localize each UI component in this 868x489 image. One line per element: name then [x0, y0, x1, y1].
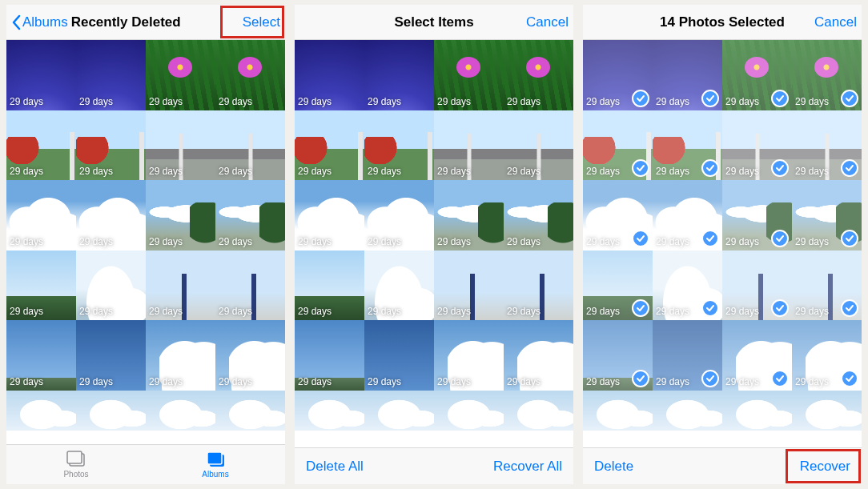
photo-thumb[interactable]: 29 days	[295, 251, 364, 321]
photo-thumb[interactable]: 29 days	[295, 40, 364, 110]
photo-thumb[interactable]: 29 days	[722, 40, 792, 110]
photo-thumb[interactable]: 29 days	[434, 320, 504, 391]
delete-button[interactable]: Delete	[594, 459, 633, 475]
photo-thumb[interactable]	[364, 391, 434, 431]
photo-grid[interactable]: 29 days29 days29 days29 days29 days29 da…	[6, 40, 285, 444]
photo-thumb[interactable]: 29 days	[76, 320, 146, 391]
photo-thumb[interactable]: 29 days	[215, 110, 285, 181]
photo-thumb[interactable]	[504, 391, 573, 431]
photo-thumb[interactable]	[215, 391, 285, 431]
cancel-button[interactable]: Cancel	[814, 14, 857, 30]
photo-grid[interactable]: 29 days29 days29 days29 days29 days29 da…	[295, 40, 573, 447]
photo-thumb[interactable]: 29 days	[146, 180, 215, 251]
photo-thumb[interactable]: 29 days	[146, 320, 215, 391]
photo-thumb[interactable]	[434, 391, 504, 431]
photo-thumb[interactable]: 29 days	[722, 251, 792, 321]
days-remaining-label: 29 days	[368, 236, 401, 247]
photo-thumb[interactable]: 29 days	[653, 320, 722, 391]
thumb-image	[653, 180, 722, 251]
photo-thumb[interactable]: 29 days	[295, 320, 364, 391]
photo-thumb[interactable]: 29 days	[76, 40, 146, 110]
photo-thumb[interactable]: 29 days	[653, 251, 722, 321]
photo-thumb[interactable]: 29 days	[722, 180, 792, 251]
photo-thumb[interactable]: 29 days	[76, 110, 146, 181]
thumb-image	[653, 251, 722, 321]
photo-thumb[interactable]: 29 days	[583, 180, 653, 251]
photo-thumb[interactable]: 29 days	[583, 320, 653, 391]
days-remaining-label: 29 days	[79, 236, 113, 247]
photo-thumb[interactable]: 29 days	[364, 251, 434, 321]
photo-thumb[interactable]: 29 days	[215, 320, 285, 391]
photo-thumb[interactable]: 29 days	[504, 251, 573, 321]
nav-back[interactable]: Albums	[11, 14, 68, 30]
photo-thumb[interactable]: 29 days	[364, 40, 434, 110]
photo-thumb[interactable]	[146, 391, 215, 431]
photo-thumb[interactable]: 29 days	[434, 110, 504, 181]
photo-thumb[interactable]	[6, 391, 76, 431]
select-button[interactable]: Select	[243, 14, 280, 30]
photo-thumb[interactable]: 29 days	[653, 180, 722, 251]
photo-thumb[interactable]	[722, 391, 792, 431]
photo-thumb[interactable]: 29 days	[583, 40, 653, 110]
photo-thumb[interactable]: 29 days	[146, 251, 215, 321]
photo-thumb[interactable]: 29 days	[215, 40, 285, 110]
selected-check-icon	[841, 159, 858, 177]
tab-albums[interactable]: Albums	[146, 445, 285, 484]
thumb-image	[653, 391, 722, 431]
photo-thumb[interactable]: 29 days	[295, 180, 364, 251]
photo-thumb[interactable]: 29 days	[653, 110, 722, 181]
tab-photos[interactable]: Photos	[6, 445, 146, 484]
photo-thumb[interactable]: 29 days	[364, 110, 434, 181]
photo-thumb[interactable]	[295, 391, 364, 431]
photo-thumb[interactable]: 29 days	[504, 110, 573, 181]
days-remaining-label: 29 days	[586, 306, 620, 317]
photo-thumb[interactable]: 29 days	[792, 251, 862, 321]
photo-thumb[interactable]: 29 days	[76, 180, 146, 251]
days-remaining-label: 29 days	[368, 376, 401, 387]
delete-all-button[interactable]: Delete All	[306, 459, 364, 475]
photo-thumb[interactable]: 29 days	[364, 180, 434, 251]
photo-thumb[interactable]	[76, 391, 146, 431]
photo-thumb[interactable]: 29 days	[722, 110, 792, 181]
photo-thumb[interactable]	[792, 391, 862, 431]
photo-thumb[interactable]: 29 days	[295, 110, 364, 181]
nav-title: Select Items	[356, 14, 512, 30]
days-remaining-label: 29 days	[586, 236, 620, 247]
photo-thumb[interactable]: 29 days	[6, 40, 76, 110]
photo-thumb[interactable]: 29 days	[722, 320, 792, 391]
photo-thumb[interactable]: 29 days	[434, 180, 504, 251]
photo-thumb[interactable]: 29 days	[76, 251, 146, 321]
days-remaining-label: 29 days	[79, 306, 113, 317]
photo-thumb[interactable]: 29 days	[792, 320, 862, 391]
recover-button[interactable]: Recover	[800, 459, 850, 475]
photo-thumb[interactable]: 29 days	[583, 251, 653, 321]
thumb-image	[722, 320, 792, 391]
photo-grid[interactable]: 29 days29 days29 days29 days29 days29 da…	[583, 40, 862, 447]
photo-thumb[interactable]: 29 days	[792, 110, 862, 181]
photo-thumb[interactable]: 29 days	[792, 180, 862, 251]
photo-thumb[interactable]: 29 days	[146, 40, 215, 110]
photo-thumb[interactable]: 29 days	[504, 180, 573, 251]
photo-thumb[interactable]: 29 days	[434, 251, 504, 321]
photo-thumb[interactable]: 29 days	[792, 40, 862, 110]
photo-thumb[interactable]: 29 days	[504, 320, 573, 391]
recover-all-button[interactable]: Recover All	[493, 459, 562, 475]
days-remaining-label: 29 days	[437, 306, 471, 317]
photo-thumb[interactable]: 29 days	[583, 110, 653, 181]
photo-thumb[interactable]	[653, 391, 722, 431]
canvas: Albums Recently Deleted Select 29 days29…	[0, 0, 868, 489]
photo-thumb[interactable]: 29 days	[6, 180, 76, 251]
photo-thumb[interactable]: 29 days	[215, 251, 285, 321]
photo-thumb[interactable]: 29 days	[434, 40, 504, 110]
photo-thumb[interactable]	[583, 391, 653, 431]
photo-thumb[interactable]: 29 days	[653, 40, 722, 110]
photo-thumb[interactable]: 29 days	[146, 110, 215, 181]
photo-thumb[interactable]: 29 days	[364, 320, 434, 391]
cancel-button[interactable]: Cancel	[526, 14, 569, 30]
days-remaining-label: 29 days	[656, 376, 689, 387]
photo-thumb[interactable]: 29 days	[215, 180, 285, 251]
photo-thumb[interactable]: 29 days	[6, 110, 76, 181]
photo-thumb[interactable]: 29 days	[504, 40, 573, 110]
photo-thumb[interactable]: 29 days	[6, 251, 76, 321]
photo-thumb[interactable]: 29 days	[6, 320, 76, 391]
